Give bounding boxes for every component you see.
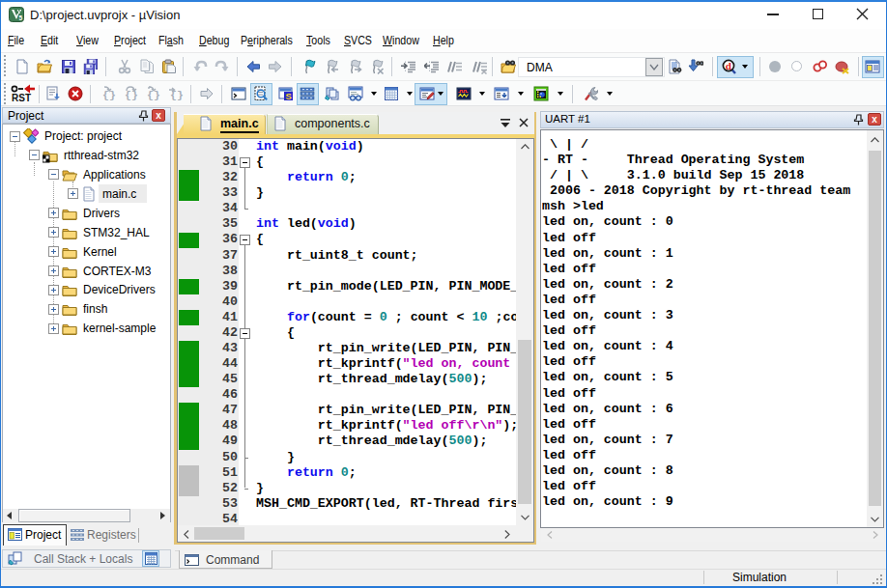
svg-text:S: S — [286, 91, 292, 101]
svg-text:5: 5 — [19, 14, 23, 21]
svg-text:{}: {} — [170, 89, 184, 101]
svg-text:d: d — [726, 60, 731, 71]
